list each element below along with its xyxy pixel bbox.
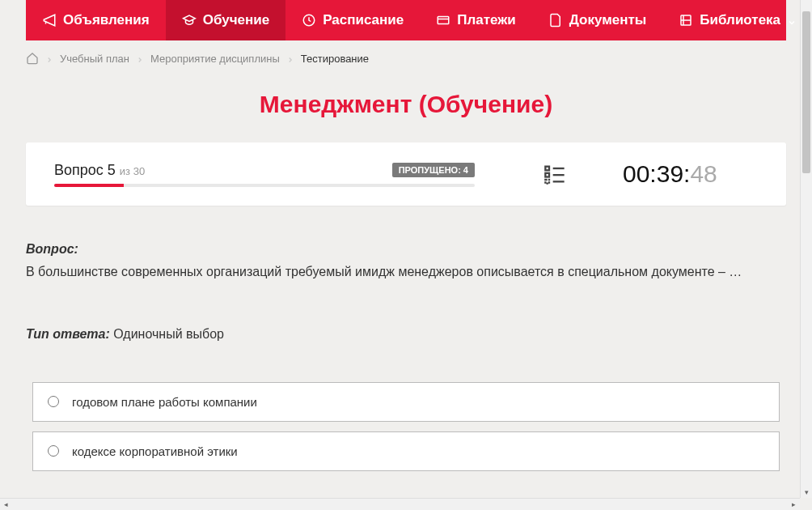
scrollbar-horizontal[interactable]: ◂ ▸ (0, 498, 800, 510)
answer-type-label: Тип ответа: (26, 327, 110, 341)
answer-text: годовом плане работы компании (72, 395, 257, 409)
nav-label: Обучение (203, 12, 269, 28)
progress-fill (54, 184, 124, 187)
question-list-icon[interactable] (543, 163, 566, 185)
timer: 00:39:48 (623, 160, 717, 188)
chevron-down-icon (787, 15, 797, 25)
chevron-right-icon (136, 54, 144, 62)
breadcrumb-current: Тестирование (301, 53, 369, 65)
scroll-down-arrow[interactable]: ▾ (801, 486, 812, 498)
page-title: Менеджмент (Обучение) (26, 91, 786, 118)
status-panel: Вопрос 5 из 30 ПРОПУЩЕНО: 4 00:39:48 (26, 142, 786, 206)
scroll-right-arrow[interactable]: ▸ (788, 499, 800, 511)
nav-label: Документы (569, 12, 647, 28)
nav-label: Библиотека (700, 12, 780, 28)
nav-item-schedule[interactable]: Расписание (285, 0, 420, 40)
question-number: Вопрос 5 из 30 (54, 162, 145, 179)
progress-bar (54, 184, 475, 187)
document-icon (548, 13, 563, 28)
nav-item-announcements[interactable]: Объявления (26, 0, 166, 40)
answer-option[interactable]: кодексе корпоративной этики (32, 431, 780, 471)
home-icon[interactable] (26, 52, 39, 65)
clock-icon (302, 13, 316, 28)
graduation-icon (182, 13, 197, 28)
breadcrumb: Учебный план Мероприятие дисциплины Тест… (26, 40, 786, 76)
timer-main: 00:39: (623, 160, 690, 187)
question-body: Вопрос: В большинстве современных органи… (26, 242, 786, 487)
question-label: Вопрос: (26, 242, 786, 257)
nav-label: Расписание (323, 12, 404, 28)
answer-radio[interactable] (48, 396, 59, 407)
svg-rect-5 (545, 180, 549, 184)
svg-rect-1 (438, 17, 449, 24)
nav-item-payments[interactable]: Платежи (420, 0, 532, 40)
scrollbar-vertical[interactable]: ▾ (800, 0, 812, 498)
answer-type: Тип ответа: Одиночный выбор (26, 327, 786, 342)
question-total: из 30 (120, 165, 145, 177)
megaphone-icon (42, 13, 57, 28)
nav-item-learning[interactable]: Обучение (166, 0, 285, 40)
payment-icon (436, 13, 450, 28)
scroll-left-arrow[interactable]: ◂ (0, 499, 12, 511)
breadcrumb-event[interactable]: Мероприятие дисциплины (150, 53, 280, 65)
nav-item-documents[interactable]: Документы (532, 0, 663, 40)
answers-list: годовом плане работы компании кодексе ко… (26, 382, 786, 471)
svg-rect-3 (545, 167, 549, 171)
breadcrumb-plan[interactable]: Учебный план (60, 53, 129, 65)
question-text: В большинстве современных организаций тр… (26, 261, 786, 283)
answer-option[interactable]: годовом плане работы компании (32, 382, 780, 422)
chevron-right-icon (286, 54, 294, 62)
main-nav: Объявления Обучение Расписание Платежи Д… (26, 0, 786, 40)
nav-item-library[interactable]: Библиотека (662, 0, 812, 40)
answer-type-value: Одиночный выбор (110, 327, 224, 341)
skipped-badge: ПРОПУЩЕНО: 4 (392, 163, 475, 177)
timer-seconds: 48 (690, 160, 717, 187)
svg-rect-4 (545, 173, 549, 177)
answer-radio[interactable] (48, 445, 59, 457)
answer-text: кодексе корпоративной этики (72, 444, 238, 458)
nav-label: Объявления (63, 12, 150, 28)
library-icon (679, 13, 693, 28)
scroll-thumb[interactable] (802, 11, 810, 173)
nav-label: Платежи (457, 12, 516, 28)
chevron-right-icon (45, 54, 53, 62)
